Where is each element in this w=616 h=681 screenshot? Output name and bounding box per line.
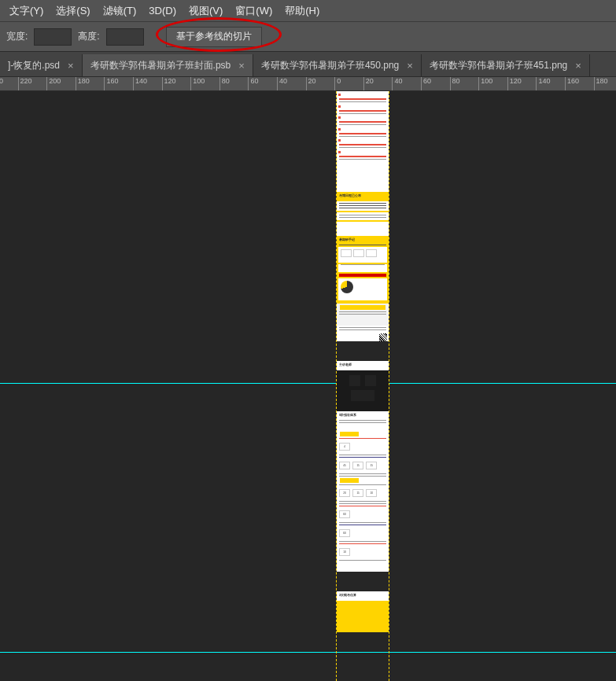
- section-title: 2次模考估算: [337, 591, 389, 598]
- canvas-area[interactable]: 考博日程已公布 暑期班手记: [0, 91, 616, 681]
- horizontal-guide[interactable]: [0, 383, 616, 384]
- ruler-tick: 240: [0, 77, 3, 91]
- ruler-tick: 120: [507, 77, 522, 91]
- ruler-tick: 180: [594, 77, 608, 91]
- ruler-tick: 60: [248, 77, 258, 91]
- close-icon[interactable]: ×: [237, 60, 246, 72]
- section-title: 主讲老师: [337, 361, 389, 368]
- ruler-tick: 140: [536, 77, 550, 91]
- ruler-tick: 140: [133, 77, 147, 91]
- horizontal-guide[interactable]: [0, 652, 616, 653]
- section-title: 暑期班手记: [337, 236, 389, 243]
- height-input[interactable]: [106, 28, 144, 46]
- close-icon[interactable]: ×: [66, 60, 76, 72]
- section-title: 5阶强壮体系: [337, 411, 389, 418]
- slice-from-guides-button[interactable]: 基于参考线的切片: [166, 27, 262, 47]
- photo-icon: [349, 375, 360, 386]
- ruler-tick: 160: [104, 77, 118, 91]
- ruler-tick: 200: [46, 77, 61, 91]
- horizontal-ruler[interactable]: 2402202001801601401201008060402002040608…: [0, 77, 616, 91]
- menu-window[interactable]: 窗口(W): [229, 1, 278, 21]
- ruler-tick: 220: [18, 77, 32, 91]
- width-label: 宽度:: [6, 30, 28, 43]
- menu-filter[interactable]: 滤镜(T): [97, 1, 143, 21]
- document-content: 考博日程已公布 暑期班手记: [337, 91, 389, 632]
- ruler-tick: 0: [334, 77, 341, 91]
- ruler-tick: 120: [162, 77, 176, 91]
- close-icon[interactable]: ×: [574, 60, 583, 72]
- document-tab[interactable]: 考研数学郭伟暑期弟子班封面.psb ×: [83, 54, 253, 76]
- photo-icon: [351, 390, 374, 401]
- menu-select[interactable]: 选择(S): [50, 1, 96, 21]
- document-tab[interactable]: 考研数学郭伟暑期弟子班451.png ×: [422, 54, 590, 76]
- options-bar: 宽度: 高度: 基于参考线的切片: [0, 22, 616, 52]
- ruler-tick: 160: [565, 77, 579, 91]
- qrcode-icon: [379, 333, 387, 341]
- ruler-tick: 40: [392, 77, 402, 91]
- tab-title: 考研数学郭伟暑期弟子班封面.psb: [90, 59, 231, 72]
- ruler-tick: 180: [76, 77, 90, 91]
- close-icon[interactable]: ×: [405, 60, 415, 72]
- ruler-tick: 100: [478, 77, 492, 91]
- section-title: 考博日程已公布: [337, 192, 389, 199]
- menu-help[interactable]: 帮助(H): [278, 1, 326, 21]
- menu-view[interactable]: 视图(V): [183, 1, 229, 21]
- pie-chart-icon: [341, 281, 353, 293]
- height-label: 高度:: [78, 30, 99, 43]
- menu-3d[interactable]: 3D(D): [142, 2, 183, 20]
- ruler-tick: 80: [450, 77, 460, 91]
- tab-title: ]-恢复的.psd: [8, 59, 60, 72]
- ruler-tick: 20: [363, 77, 374, 91]
- menu-bar: 文字(Y) 选择(S) 滤镜(T) 3D(D) 视图(V) 窗口(W) 帮助(H…: [0, 0, 616, 22]
- ruler-tick: 100: [190, 77, 205, 91]
- ruler-tick: 80: [219, 77, 230, 91]
- menu-text[interactable]: 文字(Y): [3, 1, 50, 21]
- document-tab[interactable]: 考研数学郭伟暑期弟子班450.png ×: [253, 54, 422, 76]
- document-tab[interactable]: ]-恢复的.psd ×: [0, 54, 83, 76]
- ruler-tick: 20: [306, 77, 316, 91]
- ruler-tick: 60: [421, 77, 431, 91]
- ruler-tick: 40: [277, 77, 287, 91]
- document-tab-bar: ]-恢复的.psd × 考研数学郭伟暑期弟子班封面.psb × 考研数学郭伟暑期…: [0, 52, 616, 77]
- tab-title: 考研数学郭伟暑期弟子班450.png: [261, 59, 399, 72]
- photo-icon: [365, 375, 376, 386]
- tab-title: 考研数学郭伟暑期弟子班451.png: [430, 59, 567, 72]
- width-input[interactable]: [34, 28, 72, 46]
